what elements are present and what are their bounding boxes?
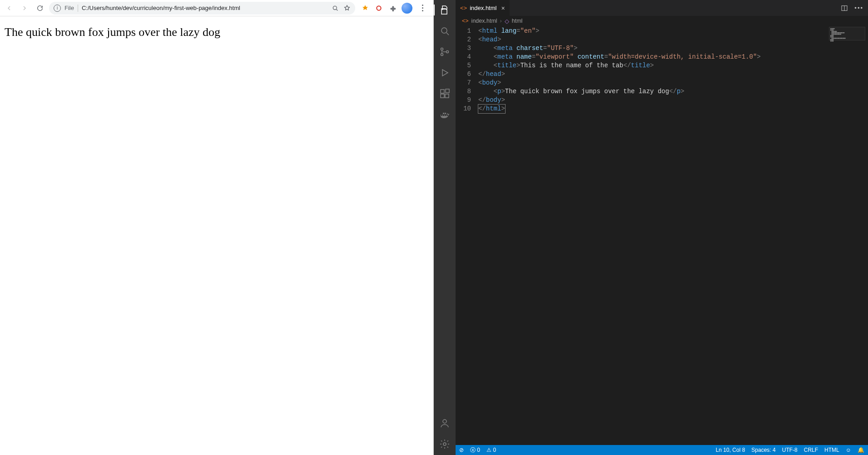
- split-editor-icon[interactable]: [841, 5, 848, 12]
- tab-filename: index.html: [470, 5, 496, 11]
- svg-rect-7: [441, 94, 444, 98]
- svg-point-11: [443, 443, 446, 445]
- svg-point-0: [333, 6, 337, 10]
- accounts-icon[interactable]: [439, 418, 450, 429]
- docker-icon[interactable]: [439, 109, 450, 120]
- feedback-icon[interactable]: ☺: [846, 447, 851, 453]
- line-number-gutter: 12345678910: [456, 26, 478, 445]
- extensions-menu-icon[interactable]: [388, 4, 397, 13]
- svg-point-10: [443, 420, 446, 423]
- tab-index-html[interactable]: <> index.html ×: [456, 0, 510, 16]
- indentation[interactable]: Spaces: 4: [751, 447, 775, 453]
- address-bar[interactable]: i File C:/Users/hunte/dev/curriculeon/my…: [49, 2, 355, 15]
- extensions-area: [358, 3, 431, 14]
- minimap[interactable]: ████████ ██████ ██████████ █████████████…: [829, 27, 865, 40]
- arrow-left-icon: [5, 5, 13, 12]
- settings-gear-icon[interactable]: [439, 439, 450, 450]
- search-icon[interactable]: [439, 25, 450, 36]
- zoom-icon[interactable]: [332, 5, 339, 12]
- breadcrumb-file: index.html: [471, 18, 497, 24]
- editor-area: <> index.html × ••• <> index.html › ◇ ht…: [456, 0, 868, 455]
- eol[interactable]: CRLF: [804, 447, 818, 453]
- errors-count[interactable]: ⓧ 0: [470, 446, 480, 454]
- svg-point-3: [441, 48, 443, 50]
- symbol-icon: ◇: [505, 18, 509, 25]
- svg-point-1: [377, 6, 381, 10]
- more-actions-icon[interactable]: •••: [854, 5, 863, 11]
- code-editor[interactable]: 12345678910 <html lang="en"><head> <meta…: [456, 26, 868, 445]
- encoding[interactable]: UTF-8: [782, 447, 798, 453]
- page-paragraph: The quick brown fox jumps over the lazy …: [5, 25, 429, 39]
- svg-point-2: [441, 28, 447, 33]
- html-file-icon: <>: [460, 5, 467, 11]
- code-content[interactable]: <html lang="en"><head> <meta charset="UT…: [478, 26, 868, 445]
- url-text: C:/Users/hunte/dev/curriculeon/my-first-…: [82, 5, 328, 11]
- extensions-icon[interactable]: [439, 88, 450, 99]
- back-button[interactable]: [3, 2, 15, 15]
- source-control-icon[interactable]: [439, 46, 450, 57]
- vscode-window: <> index.html × ••• <> index.html › ◇ ht…: [434, 0, 868, 455]
- svg-point-4: [441, 54, 443, 56]
- warnings-count[interactable]: ⚠ 0: [486, 447, 496, 453]
- remote-indicator[interactable]: ⊘: [459, 447, 464, 453]
- svg-rect-9: [446, 89, 449, 93]
- arrow-right-icon: [21, 5, 28, 12]
- site-info-icon[interactable]: i: [54, 5, 61, 12]
- language-mode[interactable]: HTML: [824, 447, 839, 453]
- browser-window: i File C:/Users/hunte/dev/curriculeon/my…: [0, 0, 434, 455]
- svg-point-5: [446, 51, 449, 53]
- svg-rect-8: [445, 94, 449, 98]
- profile-avatar[interactable]: [402, 3, 412, 14]
- editor-tabs: <> index.html × •••: [456, 0, 868, 16]
- html-file-icon: <>: [462, 18, 469, 24]
- extension-icon-1[interactable]: [361, 4, 370, 13]
- close-tab-icon[interactable]: ×: [501, 5, 505, 12]
- breadcrumb-symbol: html: [512, 18, 523, 24]
- rendered-page: The quick brown fox jumps over the lazy …: [0, 16, 433, 455]
- cursor-position[interactable]: Ln 10, Col 8: [716, 447, 745, 453]
- run-debug-icon[interactable]: [439, 67, 450, 78]
- status-bar: ⊘ ⓧ 0 ⚠ 0 Ln 10, Col 8 Spaces: 4 UTF-8 C…: [456, 445, 868, 455]
- svg-rect-6: [441, 90, 444, 93]
- forward-button[interactable]: [18, 2, 31, 15]
- chevron-right-icon: ›: [500, 18, 502, 24]
- reload-icon: [36, 5, 44, 12]
- breadcrumbs[interactable]: <> index.html › ◇ html: [456, 16, 868, 26]
- activity-bar: [434, 0, 456, 455]
- notifications-icon[interactable]: 🔔: [858, 447, 864, 453]
- bookmark-star-icon[interactable]: [343, 5, 351, 12]
- browser-toolbar: i File C:/Users/hunte/dev/curriculeon/my…: [0, 0, 433, 16]
- reload-button[interactable]: [34, 2, 46, 15]
- scheme-label: File: [64, 5, 74, 11]
- extension-icon-2[interactable]: [374, 4, 383, 13]
- explorer-icon[interactable]: [439, 5, 450, 15]
- divider: [78, 5, 78, 12]
- browser-menu-button[interactable]: [417, 3, 428, 14]
